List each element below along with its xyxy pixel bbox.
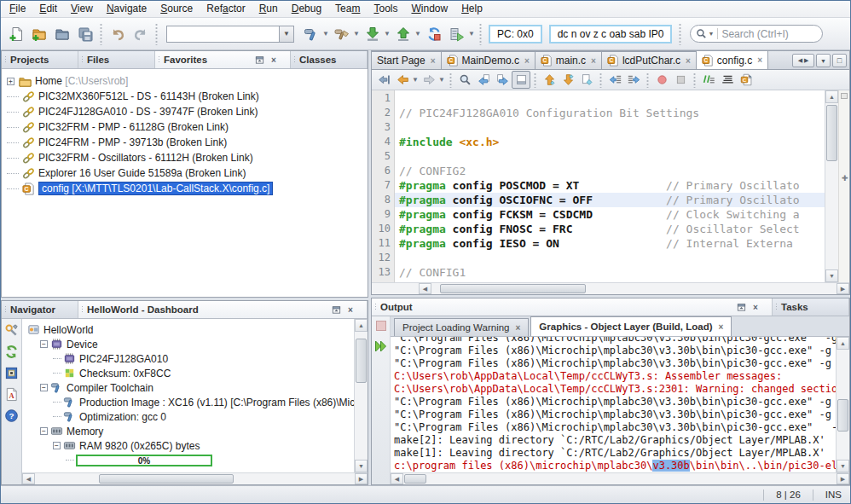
close-icon[interactable]: ×	[524, 56, 530, 66]
scroll-left-icon[interactable]: ◀	[22, 473, 35, 484]
redo-button[interactable]	[129, 22, 152, 45]
code-editor[interactable]: // PIC24FJ128GA010 Configuration Bit Set…	[395, 90, 825, 282]
chevron-down-icon[interactable]: ▼	[412, 68, 420, 91]
close-icon[interactable]: ×	[431, 56, 436, 66]
scroll-right-icon[interactable]: ▶	[837, 473, 849, 484]
scroll-up-icon[interactable]: ▲	[837, 337, 849, 350]
output-console[interactable]: "C:\Program Files (x86)\Microchip\mplabc…	[391, 337, 836, 472]
float-window-icon[interactable]	[253, 54, 265, 66]
chevron-down-icon[interactable]: ▼	[708, 31, 714, 37]
hdr-src-button[interactable]: Ch	[737, 71, 755, 89]
shift-left-button[interactable]	[605, 71, 624, 89]
debug-step-button[interactable]	[445, 22, 468, 45]
panel-tab-projects[interactable]: Projects	[2, 51, 78, 68]
panel-tab-helloworld-dashboard[interactable]: HelloWorld - Dashboard×	[78, 301, 368, 318]
tree-item[interactable]: +Home [C:\Users\rob]	[2, 73, 368, 89]
tree-item[interactable]: PIC32FRM - PMP - 61128G (Broken Link)	[2, 119, 368, 135]
out-stop-button[interactable]	[373, 318, 389, 333]
editor-vscrollbar[interactable]: ▲ ▼	[825, 90, 838, 282]
bm-next-button[interactable]	[559, 71, 577, 89]
chevron-down-icon[interactable]: ▼	[468, 22, 476, 45]
find-prev-button[interactable]	[474, 71, 493, 89]
scroll-left-icon[interactable]: ◀	[391, 473, 403, 484]
dash-tools-button[interactable]	[3, 322, 20, 339]
close-icon[interactable]: ×	[757, 55, 762, 65]
menu-window[interactable]: Window	[404, 1, 454, 17]
chevron-down-icon[interactable]: ▼	[414, 22, 422, 45]
menu-debug[interactable]: Debug	[285, 1, 328, 17]
dashboard-item[interactable]: −Memory	[22, 424, 368, 438]
program-device-button[interactable]	[391, 22, 414, 45]
scroll-down-icon[interactable]: ▼	[355, 460, 368, 472]
tree-item[interactable]: PIC32FRM - Oscillators - 61112H (Broken …	[2, 150, 368, 165]
expand-icon[interactable]: +	[7, 78, 14, 85]
output-tab-graphics-object-layer-build-load-[interactable]: Graphics - Object Layer (Build, Load)×	[530, 316, 732, 336]
forward-button[interactable]	[420, 71, 438, 89]
undo-button[interactable]	[106, 22, 129, 45]
dashboard-item[interactable]: HelloWorld	[22, 322, 368, 337]
bm-toggle-button[interactable]	[577, 71, 596, 89]
clean-build-button[interactable]	[330, 22, 353, 45]
close-icon[interactable]: ×	[268, 54, 280, 66]
close-icon[interactable]: ×	[750, 301, 761, 313]
shift-right-button[interactable]	[624, 71, 643, 89]
dashboard-item[interactable]: −RAM 9820 (0x265C) bytes	[22, 438, 368, 453]
editor-tab-config-c[interactable]: Cconfig.c×	[696, 50, 768, 69]
back-button[interactable]	[393, 71, 412, 89]
macro-record-button[interactable]	[652, 71, 671, 89]
menu-refactor[interactable]: Refactor	[200, 1, 252, 17]
open-project-button[interactable]	[50, 22, 73, 45]
uncomment-button[interactable]	[718, 71, 737, 89]
chevron-down-icon[interactable]: ▼	[438, 68, 446, 91]
chevron-down-icon[interactable]: ▼	[384, 22, 391, 45]
tree-item[interactable]: PIC32MX360F512L - DS - 61143H (Broken Li…	[2, 89, 368, 104]
dash-pdf-button[interactable]: A	[3, 385, 20, 403]
dashboard-item[interactable]: Checksum: 0xF8CC	[22, 366, 368, 380]
scroll-up-icon[interactable]: ▲	[825, 90, 838, 103]
quick-search-box[interactable]: ▼	[690, 25, 823, 43]
editor-tab-lcdputchar-c[interactable]: ClcdPutChar.c×	[601, 51, 697, 69]
chevron-down-icon[interactable]: ▼	[353, 22, 361, 45]
output-tab-project-loading-warning[interactable]: Project Loading Warning×	[394, 318, 529, 336]
output-vscroll-thumb[interactable]	[837, 399, 848, 432]
chevron-down-icon[interactable]: ▼	[279, 26, 293, 42]
bm-prev-button[interactable]	[540, 71, 559, 89]
tab-list-icon[interactable]: ▼	[816, 54, 831, 67]
save-all-button[interactable]	[73, 22, 96, 45]
dashboard-vscrollbar[interactable]: ▲ ▼	[354, 319, 368, 472]
close-icon[interactable]: ×	[719, 322, 724, 332]
scroll-right-icon[interactable]: ▶	[837, 283, 849, 294]
panel-tab-favorites[interactable]: Favorites×	[155, 51, 291, 68]
out-rerun-button[interactable]	[373, 339, 389, 354]
panel-tab-files[interactable]: Files	[78, 51, 155, 68]
collapse-icon[interactable]: −	[40, 384, 48, 391]
last-edit-button[interactable]	[374, 71, 393, 89]
menu-view[interactable]: View	[64, 1, 100, 17]
find-button[interactable]	[455, 71, 474, 89]
search-input[interactable]	[721, 28, 817, 40]
menu-source[interactable]: Source	[153, 1, 200, 17]
make-program-button[interactable]	[361, 22, 384, 45]
scroll-right-icon[interactable]: ▶	[355, 473, 368, 484]
close-icon[interactable]: ×	[344, 304, 356, 316]
panel-tab-navigator[interactable]: Navigator	[2, 301, 78, 318]
dashboard-item[interactable]: 0%	[22, 453, 368, 467]
close-icon[interactable]: ×	[516, 323, 521, 333]
panel-tab-output[interactable]: Output×	[372, 298, 773, 316]
menu-help[interactable]: Help	[454, 1, 489, 17]
dashboard-vscroll-thumb[interactable]	[356, 339, 367, 383]
editor-hscrollbar[interactable]: ◀ ▶	[372, 282, 849, 294]
tree-item[interactable]: PIC24FJ128GA010 - DS - 39747F (Broken Li…	[2, 104, 368, 119]
scroll-up-icon[interactable]: ▲	[355, 319, 368, 332]
project-config-combobox[interactable]: ▼	[166, 26, 294, 43]
output-vscrollbar[interactable]: ▲ ▼	[836, 337, 849, 472]
menu-file[interactable]: File	[3, 1, 32, 17]
new-project-button[interactable]	[27, 22, 50, 45]
output-hscroll-thumb[interactable]	[404, 474, 426, 484]
search-icon[interactable]	[696, 28, 707, 39]
collapse-icon[interactable]: −	[40, 340, 48, 348]
editor-tab-main-c[interactable]: Cmain.c×	[535, 51, 602, 69]
output-hscrollbar[interactable]: ◀ ▶	[391, 472, 849, 484]
scroll-left-icon[interactable]: ◀	[419, 283, 431, 294]
dashboard-item[interactable]: −Device	[22, 337, 368, 351]
